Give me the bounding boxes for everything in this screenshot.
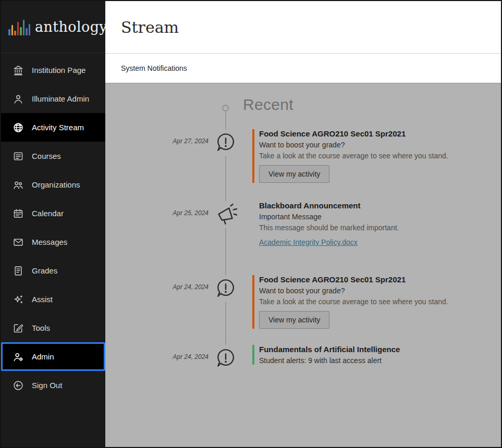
sidebar-item-organizations[interactable]: Organizations [1,170,105,199]
stream-item: Apr 24, 2024 Fundamentals of Artificial … [105,345,501,367]
item-text: Take a look at the course average to see… [259,297,480,306]
stream-content: Recent Apr 27, 2024 Food Science AGRO210… [105,83,501,447]
attachment-link[interactable]: Academic Integrity Policy.docx [259,238,358,246]
item-date: Apr 27, 2024 [111,138,209,145]
sidebar-item-illuminate-admin[interactable]: Illuminate Admin [1,84,105,113]
page-header: Stream [105,1,501,54]
sidebar-menu: Institution Page Illuminate Admin Activi… [1,53,105,400]
sidebar: anthology Institution Page Illuminate Ad… [1,1,105,447]
item-body: Fundamentals of Artificial Intelligence … [252,345,480,365]
item-body: Food Science AGRO210 Sec01 Spr2021 Want … [252,129,480,183]
sidebar-item-courses[interactable]: Courses [1,142,105,170]
page-title: Stream [121,18,179,36]
view-activity-button[interactable]: View my activity [259,165,329,183]
user-icon [13,93,24,105]
globe-icon [13,122,24,133]
recent-section-title: Recent [243,96,293,114]
item-text: Take a look at the course average to see… [259,152,480,160]
alert-bubble-icon [212,345,240,372]
stream-item: Apr 24, 2024 Food Science AGRO210 Sec01 … [105,275,501,329]
envelope-icon [13,237,24,248]
sidebar-item-grades[interactable]: Grades [1,256,105,285]
sidebar-item-label: Messages [32,238,67,246]
app-window: anthology Institution Page Illuminate Ad… [0,0,502,448]
sidebar-item-activity-stream[interactable]: Activity Stream [1,113,105,142]
sidebar-item-label: Activity Stream [32,123,84,132]
sidebar-item-label: Admin [32,352,54,361]
sidebar-item-label: Assist [32,295,53,304]
tab-system-notifications[interactable]: System Notifications [121,64,187,72]
sidebar-item-label: Sign Out [32,381,62,390]
item-title: Blackboard Announcement [259,201,480,210]
sidebar-item-label: Organizations [32,180,80,189]
sidebar-item-institution-page[interactable]: Institution Page [1,56,105,84]
sidebar-item-label: Courses [32,152,61,160]
main-area: Stream System Notifications Recent Apr 2… [105,1,501,447]
sidebar-item-label: Institution Page [32,66,85,74]
alert-bubble-icon [212,275,240,302]
sidebar-item-calendar[interactable]: Calendar [1,199,105,228]
sidebar-item-label: Illuminate Admin [32,94,89,103]
institution-icon [13,65,24,76]
sidebar-item-label: Calendar [32,209,64,218]
assist-icon [13,294,24,305]
view-activity-button[interactable]: View my activity [259,311,329,329]
alert-bubble-icon [212,129,240,156]
item-body: Blackboard Announcement Important Messag… [252,201,480,247]
tools-icon [13,322,24,334]
stream-item: Apr 25, 2024 Blackboard Announcement Imp… [105,201,501,247]
calendar-icon [13,208,24,219]
sidebar-item-tools[interactable]: Tools [1,314,105,342]
item-title: Food Science AGRO210 Sec01 Spr2021 [259,129,480,138]
item-subtitle: Student alerts: 9 with last access alert [259,356,480,365]
stream-item: Apr 27, 2024 Food Science AGRO210 Sec01 … [105,129,501,183]
sidebar-item-messages[interactable]: Messages [1,228,105,256]
announcement-icon [212,201,240,228]
sign-out-icon [13,380,24,391]
item-subtitle: Important Message [259,213,480,221]
item-subtitle: Want to boost your grade? [259,141,480,149]
item-title: Food Science AGRO210 Sec01 Spr2021 [259,275,480,284]
item-title: Fundamentals of Artificial Intelligence [259,345,480,354]
sidebar-item-admin[interactable]: Admin [1,342,105,371]
brand-logo[interactable]: anthology [1,1,105,53]
anthology-logo-icon [8,19,30,35]
timeline-start-dot [222,105,229,111]
sidebar-item-sign-out[interactable]: Sign Out [1,371,105,400]
item-text: This message should be marked important. [259,223,480,232]
sidebar-item-assist[interactable]: Assist [1,285,105,314]
sidebar-item-label: Grades [32,266,57,275]
item-date: Apr 24, 2024 [111,353,209,360]
organizations-icon [13,179,24,191]
subnav-bar: System Notifications [105,54,501,83]
item-date: Apr 24, 2024 [111,283,209,291]
brand-name: anthology [35,19,107,35]
item-body: Food Science AGRO210 Sec01 Spr2021 Want … [252,275,480,329]
item-subtitle: Want to boost your grade? [259,287,480,295]
admin-icon [13,351,24,363]
courses-icon [13,151,24,162]
item-date: Apr 25, 2024 [111,209,209,217]
sidebar-item-label: Tools [32,323,50,332]
grades-icon [13,265,24,277]
